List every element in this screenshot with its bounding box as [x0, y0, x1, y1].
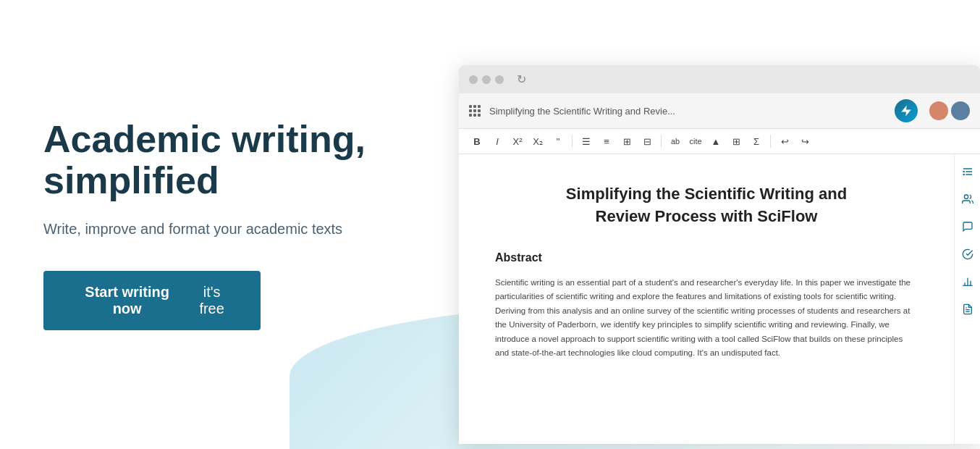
- toolbar-indent-increase[interactable]: ⊞: [619, 133, 635, 149]
- toolbar-table[interactable]: ⊞: [728, 133, 744, 149]
- check-icon[interactable]: [960, 247, 975, 261]
- grid-dot: [473, 105, 476, 108]
- comments-icon[interactable]: [960, 219, 975, 234]
- browser-dot-close: [469, 75, 478, 84]
- document-icon[interactable]: [960, 302, 975, 316]
- toolbar-superscript[interactable]: X²: [510, 133, 525, 149]
- browser-window: ↻ Simplifying the Scientific Writing and…: [459, 65, 980, 444]
- avatar-user1: [929, 101, 948, 120]
- user-avatars: [929, 101, 970, 120]
- grid-dot: [473, 109, 476, 112]
- grid-dot: [478, 105, 481, 108]
- browser-dot-minimize: [482, 75, 491, 84]
- toolbar-cite[interactable]: cite: [688, 133, 704, 149]
- toolbar-divider-3: [770, 135, 771, 148]
- cta-light-text: it's free: [189, 284, 235, 317]
- svg-point-5: [964, 195, 968, 198]
- avatar-user2: [951, 101, 970, 120]
- document-content[interactable]: Simplifying the Scientific Writing andRe…: [459, 154, 954, 444]
- toolbar-code[interactable]: ab: [667, 133, 683, 149]
- hero-title: Academic writing,simplified: [43, 119, 376, 201]
- toolbar-divider-2: [661, 135, 662, 148]
- toolbar-quote[interactable]: ": [550, 133, 566, 149]
- browser-refresh-icon[interactable]: ↻: [517, 72, 526, 86]
- toolbar-redo[interactable]: ↪: [797, 133, 813, 149]
- collaborators-icon[interactable]: [960, 192, 975, 206]
- document-area: Simplifying the Scientific Writing andRe…: [459, 154, 980, 444]
- svg-point-3: [963, 171, 964, 172]
- grid-dot: [473, 114, 476, 117]
- editor-toolbar: B I X² X₂ " ☰ ≡ ⊞ ⊟ ab cite ▲ ⊞ Σ ↩ ↪: [459, 129, 980, 154]
- browser-window-controls: [469, 75, 504, 84]
- toolbar-indent-decrease[interactable]: ⊟: [639, 133, 655, 149]
- app-header-title: Simplifying the Scientific Writing and R…: [489, 106, 895, 117]
- chart-icon[interactable]: [960, 274, 975, 289]
- document-sidebar: [954, 154, 980, 444]
- hero-subtitle: Write, improve and format your academic …: [43, 219, 376, 239]
- app-header: Simplifying the Scientific Writing and R…: [459, 93, 980, 129]
- app-grid-icon[interactable]: [469, 105, 481, 117]
- toolbar-subscript[interactable]: X₂: [530, 133, 546, 149]
- grid-dot: [469, 105, 472, 108]
- grid-dot: [478, 109, 481, 112]
- hero-section: Academic writing,simplified Write, impro…: [0, 75, 405, 374]
- grid-dot: [469, 109, 472, 112]
- toolbar-divider-1: [572, 135, 573, 148]
- outline-icon[interactable]: [960, 164, 975, 179]
- grid-dot: [469, 114, 472, 117]
- toolbar-image[interactable]: ▲: [708, 133, 724, 149]
- browser-dot-maximize: [495, 75, 504, 84]
- toolbar-numbered-list[interactable]: ≡: [599, 133, 614, 149]
- toolbar-formula[interactable]: Σ: [748, 133, 764, 149]
- toolbar-bold[interactable]: B: [469, 133, 485, 149]
- grid-dot: [478, 114, 481, 117]
- abstract-heading: Abstract: [495, 251, 918, 264]
- browser-titlebar: ↻: [459, 65, 980, 93]
- app-logo: [895, 99, 918, 122]
- toolbar-bullet-list[interactable]: ☰: [578, 133, 594, 149]
- svg-point-4: [963, 174, 964, 175]
- cta-button[interactable]: Start writing now it's free: [43, 271, 261, 330]
- toolbar-undo[interactable]: ↩: [777, 133, 793, 149]
- abstract-text: Scientific writing is an essential part …: [495, 276, 918, 361]
- document-title: Simplifying the Scientific Writing andRe…: [495, 183, 918, 228]
- cta-bold-text: Start writing now: [69, 284, 185, 317]
- toolbar-italic[interactable]: I: [489, 133, 505, 149]
